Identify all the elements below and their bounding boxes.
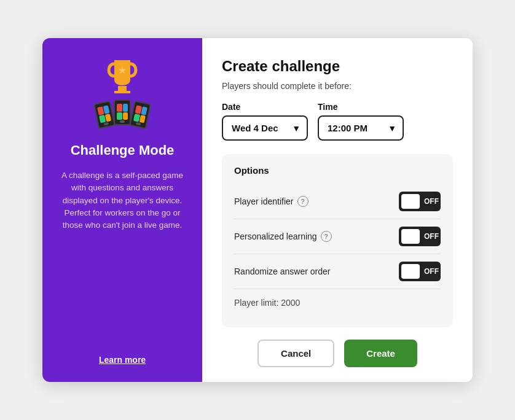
trophy-illustration xyxy=(85,58,159,119)
cancel-button[interactable]: Cancel xyxy=(258,340,334,367)
player-identifier-toggle[interactable]: OFF xyxy=(399,192,441,211)
toggle-off-label: OFF xyxy=(422,197,441,206)
player-identifier-label: Player identifier ? xyxy=(234,196,309,207)
date-field-group: Date Wed 4 Dec Thu 5 Dec Fri 6 Dec ▼ xyxy=(222,102,308,141)
left-panel: Challenge Mode A challenge is a self-pac… xyxy=(42,38,202,382)
trophy-icon xyxy=(101,58,144,96)
option-row-player-identifier: Player identifier ? OFF xyxy=(234,184,441,219)
time-select-wrapper: 12:00 PM 1:00 PM 2:00 PM ▼ xyxy=(318,115,404,141)
time-select[interactable]: 12:00 PM 1:00 PM 2:00 PM xyxy=(318,115,404,141)
randomize-answer-toggle[interactable]: OFF xyxy=(399,262,441,281)
options-section: Options Player identifier ? OFF Personal… xyxy=(222,154,453,327)
randomize-answer-label: Randomize answer order xyxy=(234,266,330,276)
personalized-learning-label: Personalized learning ? xyxy=(234,231,332,242)
toggle-off-label-3: OFF xyxy=(422,267,441,276)
footer-buttons: Cancel Create xyxy=(222,340,453,367)
player-limit: Player limit: 2000 xyxy=(234,298,441,308)
date-label: Date xyxy=(222,102,308,112)
dialog-title: Create challenge xyxy=(222,58,453,75)
personalized-learning-toggle[interactable]: OFF xyxy=(399,227,441,246)
date-time-row: Date Wed 4 Dec Thu 5 Dec Fri 6 Dec ▼ Tim… xyxy=(222,102,453,141)
date-select-wrapper: Wed 4 Dec Thu 5 Dec Fri 6 Dec ▼ xyxy=(222,115,308,141)
toggle-off-label-2: OFF xyxy=(422,232,441,241)
learn-more-link[interactable]: Learn more xyxy=(99,355,146,365)
options-title: Options xyxy=(234,165,441,176)
time-field-group: Time 12:00 PM 1:00 PM 2:00 PM ▼ xyxy=(318,102,404,141)
personalized-learning-help-icon[interactable]: ? xyxy=(321,231,332,242)
date-select[interactable]: Wed 4 Dec Thu 5 Dec Fri 6 Dec xyxy=(222,115,308,141)
player-identifier-help-icon[interactable]: ? xyxy=(297,196,309,207)
dialog-subtitle: Players should complete it before: xyxy=(222,81,453,91)
create-button[interactable]: Create xyxy=(344,340,417,367)
option-row-personalized-learning: Personalized learning ? OFF xyxy=(234,219,441,254)
toggle-track xyxy=(401,194,420,209)
left-panel-description: A challenge is a self-paced game with qu… xyxy=(57,169,187,231)
toggle-track-3 xyxy=(401,264,420,279)
right-panel: Create challenge Players should complete… xyxy=(202,38,473,382)
option-row-randomize-answer: Randomize answer order OFF xyxy=(234,254,441,289)
left-panel-title: Challenge Mode xyxy=(71,142,175,158)
time-label: Time xyxy=(318,102,404,112)
toggle-track-2 xyxy=(401,229,420,244)
create-challenge-dialog: Challenge Mode A challenge is a self-pac… xyxy=(42,38,473,382)
